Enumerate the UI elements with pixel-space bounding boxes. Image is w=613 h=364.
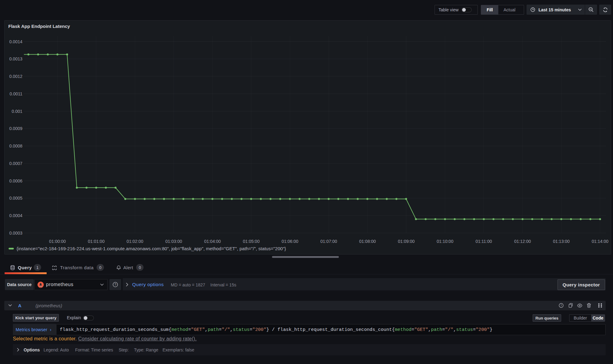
svg-text:01:06:00: 01:06:00	[282, 239, 298, 244]
svg-text:0.0003: 0.0003	[9, 231, 22, 236]
svg-text:?: ?	[560, 304, 562, 307]
svg-text:0.0006: 0.0006	[9, 178, 22, 183]
svg-text:0.0009: 0.0009	[9, 126, 22, 131]
svg-text:0.0011: 0.0011	[10, 91, 22, 96]
svg-text:0.0007: 0.0007	[9, 161, 22, 166]
svg-text:01:04:00: 01:04:00	[204, 239, 221, 244]
svg-text:0.0013: 0.0013	[9, 56, 22, 61]
svg-text:01:08:00: 01:08:00	[359, 239, 376, 244]
svg-text:?: ?	[114, 283, 116, 286]
svg-text:01:10:00: 01:10:00	[437, 239, 454, 244]
svg-text:01:13:00: 01:13:00	[553, 239, 570, 244]
svg-text:0.0014: 0.0014	[9, 39, 22, 44]
svg-text:{instance="ec2-184-169-216-224: {instance="ec2-184-169-216-224.us-west-1…	[17, 246, 286, 251]
svg-text:0.0008: 0.0008	[9, 144, 22, 148]
svg-text:01:14:00: 01:14:00	[592, 239, 609, 244]
svg-text:0.0005: 0.0005	[9, 196, 22, 201]
svg-text:01:01:00: 01:01:00	[88, 239, 105, 244]
svg-text:0.0012: 0.0012	[9, 74, 22, 79]
svg-text:01:03:00: 01:03:00	[165, 239, 182, 244]
svg-text:01:00:00: 01:00:00	[49, 239, 66, 244]
svg-text:01:09:00: 01:09:00	[398, 239, 415, 244]
svg-text:01:12:00: 01:12:00	[514, 239, 531, 244]
svg-text:01:02:00: 01:02:00	[127, 239, 144, 244]
svg-text:01:05:00: 01:05:00	[243, 239, 260, 244]
svg-text:0.001: 0.001	[12, 109, 22, 114]
svg-text:01:07:00: 01:07:00	[320, 239, 337, 244]
svg-text:0.0004: 0.0004	[9, 213, 22, 218]
svg-text:01:11:00: 01:11:00	[476, 239, 492, 244]
